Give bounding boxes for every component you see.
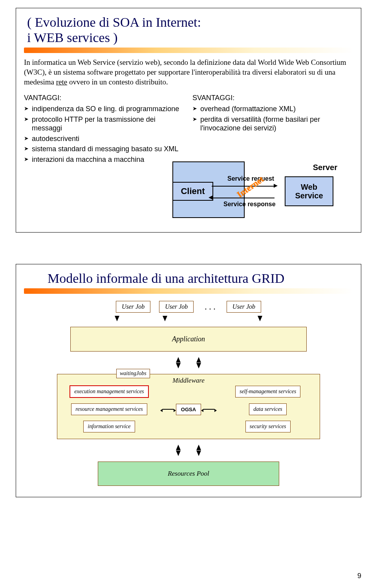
server-label: Server bbox=[313, 163, 337, 172]
grid-architecture-diagram: User Job User Job . . . User Job Applica… bbox=[24, 299, 353, 490]
slide2-title: Modello informale di una architettura GR… bbox=[48, 271, 353, 286]
vantaggi-heading: VANTAGGI: bbox=[24, 94, 185, 102]
middleware-label: Middleware bbox=[172, 377, 205, 385]
vantaggi-item: interazioni da macchina a macchina bbox=[24, 155, 185, 164]
user-job-box: User Job bbox=[159, 301, 194, 313]
user-job-box: User Job bbox=[116, 301, 150, 313]
vantaggi-item: protocollo HTTP per la trasmissione dei … bbox=[24, 115, 185, 133]
down-arrow-icon bbox=[176, 451, 181, 456]
resource-management-services-box: resource management services bbox=[71, 403, 147, 415]
web-service-box: Web Service bbox=[285, 176, 333, 206]
security-services-box: security services bbox=[245, 421, 291, 432]
down-arrow-icon bbox=[163, 316, 167, 321]
client-server-diagram: Client Server Web Service Service reques… bbox=[172, 161, 345, 220]
svantaggi-item: overhead (formattazione XML) bbox=[192, 104, 353, 114]
vantaggi-column: VANTAGGI: indipendenza da SO e ling. di … bbox=[24, 92, 185, 165]
middleware-resources-arrows bbox=[176, 445, 201, 456]
slide-2: Modello informale di una architettura GR… bbox=[16, 264, 361, 497]
waiting-jobs-box: waitingJobs bbox=[116, 369, 150, 378]
vantaggi-item: indipendenza da SO e ling. di programmaz… bbox=[24, 104, 185, 114]
self-management-services-box: self-management services bbox=[235, 386, 300, 397]
svantaggi-list: overhead (formattazione XML) perdita di … bbox=[192, 104, 353, 133]
down-arrow-icon bbox=[196, 363, 201, 368]
execution-services-box: execution management services bbox=[70, 385, 148, 398]
app-middleware-arrows bbox=[176, 357, 201, 368]
application-box: Application bbox=[70, 327, 307, 352]
title-rule bbox=[24, 48, 353, 53]
up-arrow-icon bbox=[176, 357, 181, 363]
service-response-label: Service response bbox=[223, 201, 276, 208]
slide-1: ( Evoluzione di SOA in Internet: i WEB s… bbox=[16, 8, 361, 233]
intro-underline: rete bbox=[56, 78, 67, 86]
vantaggi-list: indipendenza da SO e ling. di programmaz… bbox=[24, 104, 185, 164]
vantaggi-item: autodescriventi bbox=[24, 134, 185, 143]
resources-pool-box: Resources Pool bbox=[98, 462, 279, 486]
svantaggi-item: perdita di versatilità (forme basilari p… bbox=[192, 115, 353, 133]
intro-part-b: ovvero in un contesto distribuito. bbox=[67, 78, 168, 86]
user-jobs-row: User Job User Job . . . User Job bbox=[116, 301, 261, 313]
ellipsis: . . . bbox=[202, 302, 218, 312]
vantaggi-item: sistema standard di messaging basato su … bbox=[24, 145, 185, 154]
down-arrow-icon bbox=[115, 316, 119, 321]
page-number: 9 bbox=[357, 572, 361, 580]
up-arrow-icon bbox=[196, 357, 201, 363]
data-services-box: data services bbox=[249, 403, 286, 415]
svantaggi-heading: SVANTAGGI: bbox=[192, 94, 353, 102]
jobs-arrows bbox=[115, 316, 262, 321]
middleware-box: waitingJobs Middleware execution managem… bbox=[57, 374, 320, 439]
slide1-title: ( Evoluzione di SOA in Internet: i WEB s… bbox=[27, 15, 353, 45]
title-rule bbox=[24, 288, 353, 294]
svantaggi-column: SVANTAGGI: overhead (formattazione XML) … bbox=[192, 92, 353, 165]
information-service-box: information service bbox=[83, 421, 135, 432]
up-arrow-icon bbox=[196, 445, 201, 450]
down-arrow-icon bbox=[196, 451, 201, 456]
up-arrow-icon bbox=[176, 445, 181, 450]
double-arrow-icon bbox=[163, 409, 174, 410]
response-arrowhead bbox=[209, 196, 212, 200]
down-arrow-icon bbox=[176, 363, 181, 368]
slide1-intro: In informatica un Web Service (servizio … bbox=[24, 58, 353, 87]
client-box: Client bbox=[172, 182, 213, 201]
request-arrowhead bbox=[274, 184, 278, 188]
down-arrow-icon bbox=[258, 316, 262, 321]
user-job-box: User Job bbox=[227, 301, 261, 313]
double-arrow-icon bbox=[203, 409, 214, 410]
ogsa-box: OGSA bbox=[176, 404, 201, 415]
